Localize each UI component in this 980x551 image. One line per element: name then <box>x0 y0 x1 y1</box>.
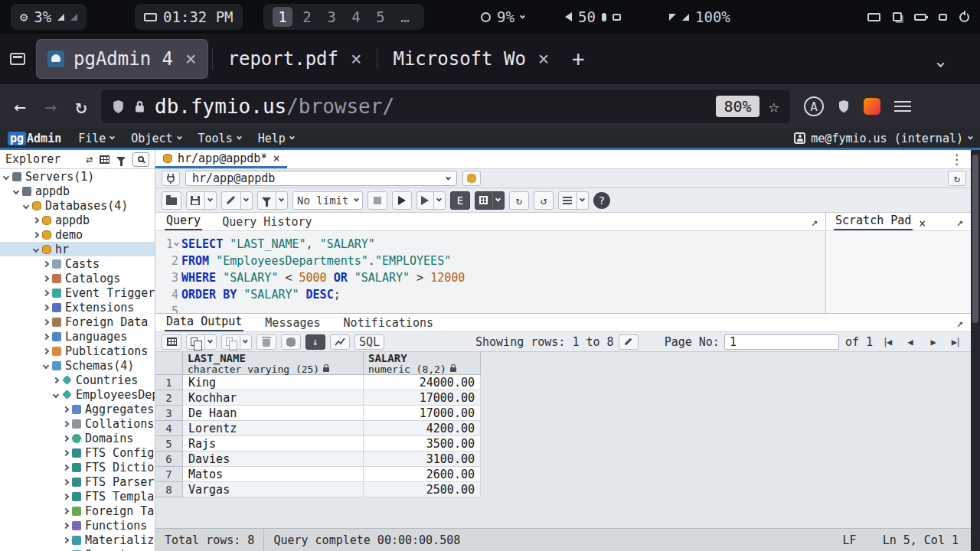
tree-item[interactable]: FTS Dictionaries <box>0 460 155 474</box>
bookmark-star-icon[interactable]: ☆ <box>769 96 779 117</box>
cursor-position[interactable]: Ln 5, Col 1 <box>883 533 959 547</box>
sync-icon[interactable]: ⇄ <box>86 152 93 166</box>
tree-item[interactable]: Domains <box>0 431 155 445</box>
expand-arrow-icon[interactable] <box>23 202 29 208</box>
expand-icon[interactable]: ↗ <box>956 316 963 330</box>
expand-arrow-icon[interactable] <box>43 318 49 324</box>
first-page-button[interactable]: |◀ <box>877 334 896 350</box>
explain-button[interactable]: E <box>450 191 470 210</box>
display-icon[interactable] <box>867 13 880 21</box>
table-cell[interactable]: 4200.00 <box>364 421 481 436</box>
table-cell[interactable]: Davies <box>183 452 364 467</box>
close-icon[interactable]: × <box>273 152 279 165</box>
expand-arrow-icon[interactable] <box>43 333 49 339</box>
tab-query-history[interactable]: Query History <box>220 214 313 230</box>
table-cell[interactable]: Lorentz <box>183 421 364 436</box>
table-cell[interactable]: 17000.00 <box>364 390 481 406</box>
expand-arrow-icon[interactable] <box>63 478 69 484</box>
chart-button[interactable] <box>330 334 350 350</box>
table-cell[interactable]: De Haan <box>183 406 364 421</box>
row-number[interactable]: 1 <box>155 375 183 390</box>
tree-item[interactable]: Materialized Views <box>0 533 155 547</box>
browser-tab-report[interactable]: report.pdf × <box>217 40 373 78</box>
clock[interactable]: 01:32 PM <box>135 4 243 30</box>
tree-item[interactable]: Servers(1) <box>0 169 155 184</box>
row-number[interactable]: 7 <box>155 467 183 482</box>
fold-icon[interactable] <box>174 240 179 246</box>
close-icon[interactable]: × <box>919 217 926 230</box>
scrollbar-thumb[interactable] <box>972 155 978 323</box>
tree-item[interactable]: Catalogs <box>0 271 155 285</box>
row-number[interactable]: 5 <box>155 436 183 452</box>
table-cell[interactable]: 2500.00 <box>364 482 481 497</box>
save-file-button[interactable] <box>186 191 217 210</box>
tree-item[interactable]: FTS Templates <box>0 489 155 504</box>
rollback-button[interactable]: ↺ <box>534 191 554 210</box>
sql-editor[interactable]: 1SELECT "LAST_NAME", "SALARY"2FROM "Empl… <box>155 231 825 313</box>
tree-item[interactable]: Event Triggers <box>0 285 155 300</box>
battery2-icon[interactable] <box>914 14 926 21</box>
tab-scratch-pad[interactable]: Scratch Pad <box>834 213 913 230</box>
browser-tab-pgadmin[interactable]: pgAdmin 4 × <box>37 40 207 78</box>
filter-icon[interactable] <box>116 157 126 162</box>
url-bar[interactable]: db.fymio.us/browser/ 80% ☆ <box>101 90 790 123</box>
page-number-input[interactable]: 1 <box>724 334 839 350</box>
row-number[interactable]: 8 <box>155 482 183 497</box>
new-tab-button[interactable]: + <box>561 42 595 76</box>
table-cell[interactable]: King <box>183 375 364 390</box>
workspace-2[interactable]: 2 <box>297 7 317 27</box>
menu-help[interactable]: Help <box>258 132 294 145</box>
new-connection-button[interactable] <box>462 171 481 186</box>
expand-arrow-icon[interactable] <box>33 231 39 237</box>
tab-query[interactable]: Query <box>165 213 202 230</box>
scratch-pad-body[interactable] <box>826 231 971 313</box>
zoom-indicator[interactable]: 80% <box>716 96 759 117</box>
tree-item[interactable]: Publications <box>0 344 155 358</box>
close-tab-icon[interactable]: × <box>538 48 549 70</box>
user-menu[interactable]: me@fymio.us (internal) <box>794 132 972 145</box>
row-number[interactable]: 2 <box>155 390 183 406</box>
query-tool-tab[interactable]: hr/app@appdb* × <box>155 150 287 168</box>
workspace-4[interactable]: 4 <box>346 7 366 27</box>
expand-arrow-icon[interactable] <box>63 507 69 514</box>
layers-icon[interactable] <box>893 12 902 21</box>
search-button[interactable] <box>132 152 149 167</box>
tree-item[interactable]: EmployeesDepartments <box>0 387 155 402</box>
pgadmin-logo[interactable]: pgAdmin <box>8 132 61 145</box>
expand-arrow-icon[interactable] <box>43 347 49 354</box>
expand-icon[interactable]: ↗ <box>956 215 963 229</box>
row-number[interactable]: 4 <box>155 421 183 436</box>
menu-tools[interactable]: Tools <box>198 132 241 145</box>
tree-item[interactable]: Schemas(4) <box>0 358 155 373</box>
eol-indicator[interactable]: LF <box>843 533 857 547</box>
battery-indicator[interactable]: 9% <box>481 4 524 30</box>
table-cell[interactable]: Vargas <box>183 482 364 497</box>
tree-item[interactable]: Functions <box>0 518 155 533</box>
commit-button[interactable]: ↻ <box>509 191 529 210</box>
workspace-more[interactable]: … <box>395 7 415 27</box>
prev-page-button[interactable]: ◀ <box>900 334 919 350</box>
connection-select[interactable]: hr/app@appdb <box>185 171 457 186</box>
extension-shield-icon[interactable] <box>838 99 850 113</box>
tree-item[interactable]: Foreign Data Wrappers <box>0 315 155 329</box>
volume-indicator[interactable]: 50 <box>565 4 621 30</box>
table-cell[interactable]: 24000.00 <box>364 375 481 390</box>
explain-analyze-button[interactable] <box>475 191 505 210</box>
forward-button[interactable]: → <box>35 95 66 118</box>
tree-item[interactable]: Languages <box>0 329 155 344</box>
save-data-button[interactable] <box>281 334 301 350</box>
tree-item[interactable]: Collations <box>0 416 155 431</box>
limit-select[interactable]: No limit <box>292 191 363 210</box>
table-cell[interactable]: 3500.00 <box>364 436 481 452</box>
execute-button[interactable] <box>392 191 412 210</box>
grid-icon[interactable] <box>100 155 109 164</box>
cpu-indicator[interactable]: ⚙ 3% <box>11 4 87 30</box>
expand-arrow-icon[interactable] <box>53 377 59 383</box>
tab-data-output[interactable]: Data Output <box>165 314 243 331</box>
last-page-button[interactable]: ▶| <box>946 334 965 350</box>
table-cell[interactable]: Rajs <box>183 436 364 452</box>
connection-status-button[interactable] <box>162 171 180 186</box>
expand-arrow-icon[interactable] <box>63 435 69 441</box>
profile-badge-icon[interactable]: A <box>804 96 824 116</box>
expand-arrow-icon[interactable] <box>63 536 69 543</box>
